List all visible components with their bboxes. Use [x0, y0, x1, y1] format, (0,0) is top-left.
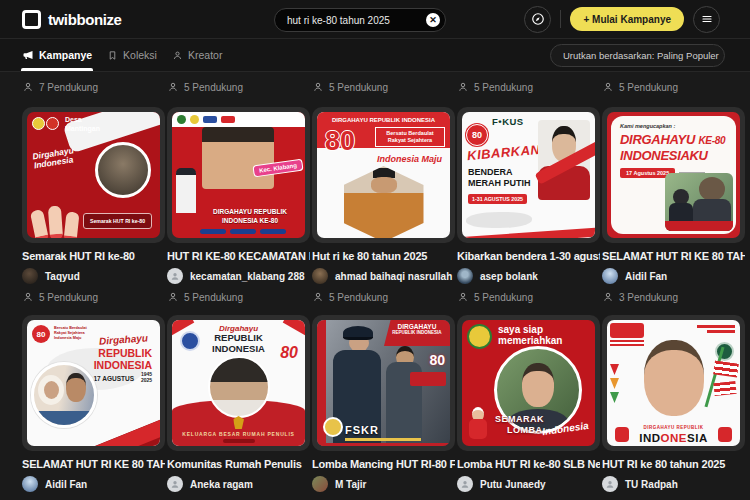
creator-name: M Tajir	[335, 479, 366, 490]
person-icon	[172, 50, 183, 61]
supporters-count: 5 Pendukung	[167, 81, 310, 93]
campaign-card[interactable]: Kami mengucapkan : DIRGAHAYU KE-80 INDON…	[602, 107, 745, 303]
tab-kampanye-label: Kampanye	[39, 49, 92, 61]
campaign-card[interactable]: saya siapmemeriahkan SEMARAK LOMBA Indon…	[457, 315, 600, 500]
supporters-count: 5 Pendukung	[22, 291, 165, 303]
creator-row[interactable]: asep bolank	[457, 268, 600, 284]
campaign-title: HUT RI KE-80 KECAMATAN KLA...	[167, 250, 310, 262]
tab-koleksi-label: Koleksi	[123, 49, 157, 61]
creator-row[interactable]: TU Radpah	[602, 476, 745, 492]
tab-bar: Kampanye Koleksi Kreator Urutkan berdasa…	[0, 39, 750, 72]
campaign-thumbnail[interactable]: DIRGAHAYU REPUBLIK INDONESIA 80 Bersatu …	[312, 107, 455, 243]
supporters-count: 5 Pendukung	[602, 81, 745, 93]
explore-button[interactable]	[524, 6, 551, 33]
creator-name: kecamatan_klabang 288	[190, 271, 305, 282]
creator-row[interactable]: Putu Junaedy	[457, 476, 600, 492]
tab-kreator-label: Kreator	[188, 49, 222, 61]
campaign-grid: DesaMantingan Dirgahayu Indonesia Semara…	[22, 107, 750, 500]
hamburger-icon	[701, 13, 713, 25]
campaign-thumbnail[interactable]: DIRGAHAYU REPUBLIK INDONESIA 80 FSKR	[312, 315, 455, 451]
sort-label: Urutkan berdasarkan: Paling Populer	[563, 50, 719, 61]
top-bar: twibbonize ✕ + Mulai Kampanye	[0, 0, 750, 39]
campaign-card[interactable]: DIRGAHAYU REPUBLIK INDONESIA 80 FSKR Lom…	[312, 315, 455, 500]
creator-row[interactable]: Aidil Fan	[22, 476, 165, 492]
campaign-thumbnail[interactable]: F•KUS 80 KIBARKAN BENDERAMERAH PUTIH 1-3…	[457, 107, 600, 243]
bookmark-icon	[107, 50, 118, 61]
creator-name: Putu Junaedy	[480, 479, 546, 490]
campaign-card[interactable]: Kec. Klabang DIRGAHAYU REPUBLIK INDONESI…	[167, 107, 310, 303]
avatar	[602, 268, 618, 284]
campaign-title: Komunitas Rumah Penulis	[167, 458, 310, 470]
supporters-count: 5 Pendukung	[312, 291, 455, 303]
campaign-title: HUT RI ke 80 tahun 2025	[602, 458, 745, 470]
search-clear-icon[interactable]: ✕	[426, 13, 440, 27]
campaign-title: SELAMAT HUT RI KE 80 TAHUN ...	[602, 250, 745, 262]
campaign-title: Lomba HUT RI ke-80 SLB Neger...	[457, 458, 600, 470]
supporters-count: 5 Pendukung	[457, 81, 600, 93]
creator-name: Taqyud	[45, 271, 80, 282]
campaign-title: SELAMAT HUT RI KE 80 TAHUN ...	[22, 458, 165, 470]
tab-kreator[interactable]: Kreator	[172, 39, 222, 71]
campaign-thumbnail[interactable]: 80 Bersatu Berdaulat Rakyat Sejahtera In…	[22, 315, 165, 451]
supporters-count: 3 Pendukung	[602, 291, 745, 303]
search-bar[interactable]: ✕	[274, 8, 446, 32]
partial-card-row: 7 Pendukung 5 Pendukung 5 Pendukung 5 Pe…	[22, 81, 750, 93]
campaign-title: Hut ri ke 80 tahun 2025	[312, 250, 455, 262]
supporters-count: 5 Pendukung	[312, 81, 455, 93]
campaign-card[interactable]: 80 Bersatu Berdaulat Rakyat Sejahtera In…	[22, 315, 165, 500]
tab-kampanye[interactable]: Kampanye	[22, 39, 92, 71]
creator-row[interactable]: M Tajir	[312, 476, 455, 492]
avatar	[602, 476, 618, 492]
creator-name: Aneka ragam	[190, 479, 253, 490]
campaign-card[interactable]: DesaMantingan Dirgahayu Indonesia Semara…	[22, 107, 165, 303]
campaign-card[interactable]: DIRGAHAYU REPUBLIK INDONESIA HUT RI ke 8…	[602, 315, 745, 500]
campaign-thumbnail[interactable]: Dirgahayu REPUBLIKINDONESIA 80 KELUARGA …	[167, 315, 310, 451]
creator-name: Aidil Fan	[45, 479, 87, 490]
campaign-title: Kibarkan bendera 1-30 agustu...	[457, 250, 600, 262]
avatar	[457, 476, 473, 492]
campaign-title: Semarak HUT RI ke-80	[22, 250, 165, 262]
megaphone-icon	[22, 49, 34, 61]
start-campaign-button[interactable]: + Mulai Kampanye	[570, 7, 684, 31]
avatar	[167, 476, 183, 492]
creator-row[interactable]: kecamatan_klabang 288	[167, 268, 310, 284]
campaign-thumbnail[interactable]: saya siapmemeriahkan SEMARAK LOMBA Indon…	[457, 315, 600, 451]
supporters-count: 5 Pendukung	[457, 291, 600, 303]
avatar	[312, 476, 328, 492]
creator-name: ahmad baihaqi nasrullah	[335, 271, 452, 282]
avatar	[22, 476, 38, 492]
search-input[interactable]	[275, 15, 426, 26]
creator-row[interactable]: Aneka ragam	[167, 476, 310, 492]
campaign-card[interactable]: F•KUS 80 KIBARKAN BENDERAMERAH PUTIH 1-3…	[457, 107, 600, 303]
avatar	[22, 268, 38, 284]
tab-koleksi[interactable]: Koleksi	[107, 39, 157, 71]
creator-name: Aidil Fan	[625, 271, 667, 282]
campaign-title: Lomba Mancing HUT RI-80 FSKR	[312, 458, 455, 470]
divider	[560, 10, 561, 28]
avatar	[312, 268, 328, 284]
compass-icon	[531, 12, 545, 26]
avatar	[167, 268, 183, 284]
twibbonize-logo-icon	[22, 10, 41, 29]
creator-name: TU Radpah	[625, 479, 678, 490]
brand-name: twibbonize	[48, 11, 122, 28]
brand-logo[interactable]: twibbonize	[22, 10, 122, 29]
campaign-thumbnail[interactable]: DIRGAHAYU REPUBLIK INDONESIA	[602, 315, 745, 451]
campaign-thumbnail[interactable]: DesaMantingan Dirgahayu Indonesia Semara…	[22, 107, 165, 243]
supporters-count: 7 Pendukung	[22, 81, 165, 93]
campaign-thumbnail[interactable]: Kami mengucapkan : DIRGAHAYU KE-80 INDON…	[602, 107, 745, 243]
menu-button[interactable]	[693, 6, 720, 33]
creator-row[interactable]: Aidil Fan	[602, 268, 745, 284]
campaign-card[interactable]: Dirgahayu REPUBLIKINDONESIA 80 KELUARGA …	[167, 315, 310, 500]
sort-dropdown[interactable]: Urutkan berdasarkan: Paling Populer	[550, 44, 725, 67]
campaign-thumbnail[interactable]: Kec. Klabang DIRGAHAYU REPUBLIK INDONESI…	[167, 107, 310, 243]
creator-name: asep bolank	[480, 271, 538, 282]
campaign-card[interactable]: DIRGAHAYU REPUBLIK INDONESIA 80 Bersatu …	[312, 107, 455, 303]
supporters-count: 5 Pendukung	[167, 291, 310, 303]
creator-row[interactable]: ahmad baihaqi nasrullah	[312, 268, 455, 284]
creator-row[interactable]: Taqyud	[22, 268, 165, 284]
avatar	[457, 268, 473, 284]
